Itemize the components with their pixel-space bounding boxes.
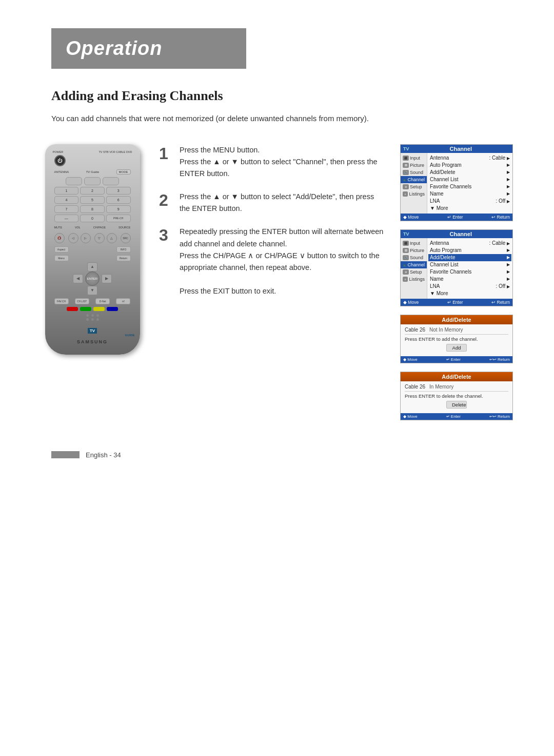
add-delete-arrow: ▶ bbox=[507, 170, 510, 175]
yellow-btn[interactable] bbox=[93, 307, 105, 311]
remote-power-row bbox=[50, 155, 135, 166]
p2-footer-return: ↩ Return bbox=[491, 300, 510, 305]
delete-cable: Cable 26 bbox=[405, 384, 425, 390]
operation-title: Operation bbox=[66, 37, 232, 60]
guide-text: GUIDE bbox=[50, 334, 135, 337]
channel-icon: 📺 bbox=[403, 177, 406, 182]
panel1-main: Antenna : Cable ▶ Auto Program ▶ Add/Del… bbox=[427, 153, 512, 214]
delete-button[interactable]: Delete bbox=[446, 401, 467, 409]
pi-btn[interactable]: π! bbox=[116, 298, 130, 304]
p2-antenna-arrow: ▶ bbox=[507, 241, 510, 246]
setup-label: Setup bbox=[410, 184, 422, 189]
num-2[interactable]: 2 bbox=[80, 187, 105, 195]
panel2-channel-title: Channel bbox=[412, 231, 510, 237]
menu-name: Name ▶ bbox=[430, 190, 510, 198]
fav-ch-btn[interactable]: FAV.CH bbox=[54, 298, 69, 304]
favorites-arrow: ▶ bbox=[507, 184, 510, 189]
p2-auto-program-text: Auto Program bbox=[430, 247, 462, 253]
dot-row-2 bbox=[86, 318, 99, 321]
p2-listings-label: Listings bbox=[409, 277, 425, 282]
vol-down[interactable]: ◁ bbox=[68, 233, 78, 243]
return-btn[interactable]: Return bbox=[116, 255, 131, 261]
blue-btn[interactable] bbox=[107, 307, 118, 311]
step-3-number: 3 bbox=[159, 227, 170, 243]
green-btn[interactable] bbox=[80, 307, 91, 311]
vol-label: VOL bbox=[75, 226, 81, 229]
sound-icon: 🔊 bbox=[403, 170, 409, 175]
arrow-down[interactable]: ▼ bbox=[87, 286, 97, 295]
ch-list-btn[interactable]: CH.LIST bbox=[75, 298, 89, 304]
menu-channel-list: Channel List ▶ bbox=[430, 176, 510, 183]
mute-button[interactable]: 🔇 bbox=[54, 233, 65, 243]
num-9[interactable]: 9 bbox=[106, 205, 131, 213]
vol-up[interactable]: ▷ bbox=[81, 233, 91, 243]
delete-info-row: Cable 26 In Memory bbox=[405, 384, 508, 390]
num-8[interactable]: 8 bbox=[80, 205, 105, 213]
panel2-sidebar: ⬛ Input 🖼 Picture 🔊 Sound 📺 Channel bbox=[401, 238, 427, 299]
enter-btn[interactable]: ENTER bbox=[85, 272, 100, 286]
add-cable: Cable 26 bbox=[405, 327, 425, 333]
tv-text: TV bbox=[88, 328, 97, 334]
power-button[interactable] bbox=[54, 155, 66, 166]
btn-c[interactable] bbox=[103, 177, 119, 185]
antenna-text: Antenna bbox=[430, 155, 449, 161]
sidebar-listings: ≡ Listings bbox=[401, 190, 427, 198]
btn-a[interactable] bbox=[66, 177, 82, 185]
name-arrow: ▶ bbox=[507, 191, 510, 196]
p2-picture-label: Picture bbox=[410, 248, 424, 253]
step-1-row: 1 Press the MENU button. Press the ▲ or … bbox=[159, 144, 385, 180]
main-content: POWER TV STB VCR CABLE DVD ANTENNA TV Gu… bbox=[41, 144, 513, 420]
num-5[interactable]: 5 bbox=[80, 196, 105, 204]
ch-down[interactable]: ▽ bbox=[94, 233, 105, 243]
aspect-btn[interactable]: Aspect bbox=[54, 246, 69, 253]
samsung-label: SAMSUNG bbox=[50, 339, 135, 344]
arrow-cluster-wrapper: Menu Return ▲ ◀ ENTER ▶ ▼ bbox=[54, 255, 131, 295]
arrow-right[interactable]: ▶ bbox=[102, 274, 112, 283]
num-dash[interactable]: — bbox=[54, 215, 79, 222]
ch-up[interactable]: △ bbox=[107, 233, 117, 243]
sidebar-sound: 🔊 Sound bbox=[401, 169, 427, 176]
sidebar-channel-active: 📺 Channel bbox=[401, 176, 427, 183]
num-6[interactable]: 6 bbox=[106, 196, 131, 204]
panel1-sidebar: ⬛ Input 🖼 Picture 🔊 Sound 📺 Channel bbox=[401, 153, 427, 214]
ch-cluster: ▽ △ bbox=[94, 233, 117, 243]
mode-button[interactable]: MODE bbox=[116, 169, 131, 175]
panel1-tv-label: TV bbox=[403, 146, 409, 151]
d-net-btn[interactable]: D-Net bbox=[95, 298, 110, 304]
p2-input-label: Input bbox=[410, 241, 420, 246]
add-panel: Add/Delete Cable 26 Not In Memory Press … bbox=[400, 315, 513, 363]
tv-panel-1: TV Channel ⬛ Input 🖼 Picture 🔊 Sound bbox=[400, 144, 513, 221]
red-btn[interactable] bbox=[67, 307, 78, 311]
menu-btn[interactable]: Menu bbox=[54, 255, 69, 261]
add-delete-text: Add/Delete bbox=[430, 169, 455, 175]
dots-row bbox=[50, 314, 135, 321]
p2-add-delete-text: Add/Delete bbox=[430, 255, 455, 260]
source-button[interactable]: SRC bbox=[121, 233, 131, 243]
panel2-header-row: TV Channel bbox=[401, 230, 512, 238]
listings-label: Listings bbox=[409, 191, 425, 197]
p2-input-icon: ⬛ bbox=[403, 241, 409, 246]
num-1[interactable]: 1 bbox=[54, 187, 79, 195]
delete-footer-return: ↩↩ Return bbox=[489, 414, 510, 419]
arrow-up[interactable]: ▲ bbox=[87, 262, 97, 272]
num-4[interactable]: 4 bbox=[54, 196, 79, 204]
lna-value: : Off ▶ bbox=[496, 198, 510, 204]
delete-panel-body: Cable 26 In Memory Press ENTER to delete… bbox=[401, 381, 512, 413]
arrow-left[interactable]: ◀ bbox=[73, 274, 83, 283]
btn-b[interactable] bbox=[84, 177, 101, 185]
picture-icon: 🖼 bbox=[403, 163, 409, 168]
p2-menu-lna: LNA : Off ▶ bbox=[430, 283, 510, 290]
favorites-text: Favorite Channels bbox=[430, 184, 471, 189]
num-0[interactable]: 0 bbox=[80, 215, 105, 222]
num-7[interactable]: 7 bbox=[54, 205, 79, 213]
p2-sidebar-channel-active: 📺 Channel bbox=[401, 261, 427, 268]
num-3[interactable]: 3 bbox=[106, 187, 131, 195]
p2-sidebar-sound: 🔊 Sound bbox=[401, 254, 427, 261]
info-btn[interactable]: INFO bbox=[116, 246, 131, 253]
add-panel-header: Add/Delete bbox=[401, 315, 512, 324]
step-3-text: Repeatedly pressing the ENTER button wil… bbox=[180, 226, 385, 297]
add-button[interactable]: Add bbox=[446, 344, 467, 352]
tv-guide-logo: TV GUIDE bbox=[50, 325, 135, 337]
pre-ch-btn[interactable]: PRE-CH bbox=[106, 215, 131, 222]
footer-return: ↩ Return bbox=[491, 215, 510, 220]
